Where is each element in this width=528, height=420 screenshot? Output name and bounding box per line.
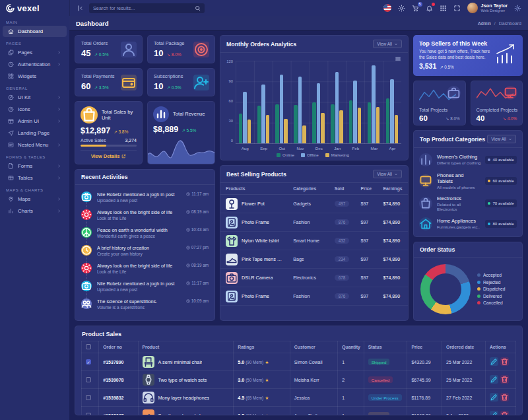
bar-online[interactable] bbox=[294, 105, 298, 143]
sidebar-item-maps[interactable]: Maps bbox=[3, 193, 67, 205]
brand[interactable]: vexel bbox=[0, 0, 69, 16]
table-row[interactable]: DSLR CameraElectronics678$97$74,890 bbox=[220, 269, 408, 287]
bar-online[interactable] bbox=[368, 102, 372, 144]
sidebar-item-dashboard[interactable]: Dashboard bbox=[3, 26, 67, 37]
legend-item-marketing[interactable]: Marketing bbox=[325, 153, 349, 157]
customer-name: Jason Stathman bbox=[290, 407, 337, 415]
bar-marketing[interactable] bbox=[248, 120, 251, 143]
edit-button[interactable] bbox=[490, 411, 498, 415]
bar-offline[interactable] bbox=[390, 79, 394, 143]
legend-item-offline[interactable]: Offline bbox=[301, 153, 319, 157]
sidebar-item-label: Tables bbox=[18, 175, 33, 181]
table-row[interactable]: Nylon White tshirtSmart Home432$97$74,89… bbox=[220, 232, 408, 250]
product-price: $97 bbox=[355, 287, 378, 306]
bar-online[interactable] bbox=[239, 114, 243, 143]
table-row[interactable]: Flower PotGadgets497$97$74,890 bbox=[220, 195, 408, 213]
sidebar-item-landing-page[interactable]: Landing Page bbox=[3, 127, 67, 139]
search-input[interactable] bbox=[93, 5, 192, 11]
table-row[interactable]: Pink Tape mens shoesBags234$97$74,890 bbox=[220, 250, 408, 269]
sidebar-item-charts[interactable]: Charts bbox=[3, 205, 67, 217]
bar-marketing[interactable] bbox=[266, 115, 270, 143]
select-all-checkbox[interactable] bbox=[86, 344, 91, 349]
activity-item[interactable]: Nile Robetz mentioned a jogh in postUplo… bbox=[81, 188, 209, 206]
theme-toggle-icon[interactable] bbox=[398, 5, 405, 12]
bar-marketing[interactable] bbox=[284, 119, 288, 144]
apps-grid-icon[interactable] bbox=[440, 5, 447, 12]
categories-view-all-button[interactable]: View All bbox=[487, 135, 516, 143]
bar-offline[interactable] bbox=[317, 83, 321, 143]
user-menu[interactable]: Json Taylor Web Designer bbox=[467, 3, 508, 13]
avatar bbox=[467, 3, 478, 13]
bar-offline[interactable] bbox=[298, 77, 302, 143]
activity-item[interactable]: The science of superstitions.Volume is a… bbox=[81, 295, 209, 313]
cart-button[interactable]: 5 bbox=[412, 5, 419, 12]
search-box[interactable] bbox=[89, 3, 205, 13]
best-selling-view-all-button[interactable]: View All bbox=[373, 170, 402, 178]
sidebar-item-ui-kit[interactable]: UI Kit bbox=[3, 92, 67, 103]
bar-offline[interactable] bbox=[280, 75, 284, 143]
bar-marketing[interactable] bbox=[358, 108, 362, 143]
delete-button[interactable] bbox=[500, 375, 509, 384]
table-row[interactable]: Photo FrameFashion876$97$74,890 bbox=[220, 213, 408, 232]
settings-gear-icon[interactable] bbox=[514, 5, 521, 12]
bar-offline[interactable] bbox=[372, 65, 376, 143]
category-item[interactable]: ElectronicsRelated to all Electronics70 … bbox=[419, 192, 517, 214]
bar-group-nov bbox=[294, 61, 306, 143]
bar-online[interactable] bbox=[349, 100, 353, 143]
activity-item[interactable]: A brief history of creationCreate your o… bbox=[81, 242, 209, 260]
bar-offline[interactable] bbox=[261, 85, 265, 143]
bar-marketing[interactable] bbox=[321, 113, 325, 143]
table-row[interactable]: Photo FrameFashion876$97$74,890 bbox=[220, 287, 408, 306]
bar-offline[interactable] bbox=[335, 72, 339, 143]
bar-marketing[interactable] bbox=[302, 125, 306, 143]
sidebar-item-pages[interactable]: Pages bbox=[3, 47, 67, 58]
bar-online[interactable] bbox=[331, 104, 335, 143]
bar-offline[interactable] bbox=[243, 92, 247, 143]
view-details-link[interactable]: View Details bbox=[91, 153, 127, 159]
sidebar-item-icons[interactable]: Icons bbox=[3, 104, 67, 115]
fullscreen-icon[interactable] bbox=[453, 5, 461, 12]
activity-item[interactable]: Always look on the bright side of lifeLo… bbox=[81, 260, 209, 277]
category-item[interactable]: Phones and TabletsAll models of phones60… bbox=[419, 169, 517, 192]
category-item[interactable]: Home AppliancesFurnitures,gadgets etc..8… bbox=[419, 214, 517, 233]
delete-button[interactable] bbox=[500, 357, 509, 366]
activity-item[interactable]: Peace on earth a wonderful widthWonderfu… bbox=[81, 224, 209, 242]
product-earnings: $74,890 bbox=[378, 250, 408, 269]
sidebar-item-widgets[interactable]: Widgets bbox=[3, 71, 67, 82]
sidebar-item-admin-ui[interactable]: Admin UI bbox=[3, 116, 67, 127]
total-sales-by-unit-card: Total Sales by Unit $12,897 ↗ 3.8% Activ… bbox=[75, 101, 143, 164]
bar-marketing[interactable] bbox=[339, 110, 343, 143]
row-checkbox[interactable] bbox=[86, 377, 91, 382]
bar-offline[interactable] bbox=[353, 81, 357, 143]
sidebar-item-forms[interactable]: Forms bbox=[3, 160, 67, 172]
sidebar-item-nested-menu[interactable]: Nested Menu bbox=[3, 139, 67, 151]
bar-online[interactable] bbox=[257, 106, 261, 143]
activity-item[interactable]: Nile Robetz mentioned a jogh in postUplo… bbox=[81, 277, 209, 295]
edit-button[interactable] bbox=[490, 393, 498, 402]
sidebar-item-tables[interactable]: Tables bbox=[3, 172, 67, 184]
bar-online[interactable] bbox=[312, 102, 316, 144]
delete-button[interactable] bbox=[500, 411, 509, 415]
notifications-button[interactable] bbox=[426, 5, 433, 12]
monthly-view-all-button[interactable]: View All bbox=[373, 40, 402, 48]
language-flag-icon[interactable] bbox=[383, 4, 391, 12]
edit-button[interactable] bbox=[490, 357, 498, 366]
search-icon[interactable] bbox=[195, 5, 201, 11]
star-icon: ★ bbox=[265, 413, 269, 415]
legend-item-online[interactable]: Online bbox=[277, 153, 294, 157]
category-item[interactable]: Women's ClothingDiffernt types of clothi… bbox=[419, 150, 517, 169]
activity-item[interactable]: Always look on the bright side of lifeLo… bbox=[81, 206, 209, 224]
chevron-right-icon bbox=[57, 50, 61, 55]
bar-online[interactable] bbox=[275, 104, 279, 143]
bar-marketing[interactable] bbox=[395, 115, 399, 143]
row-checkbox[interactable]: ✓ bbox=[86, 359, 91, 365]
sidebar-toggle-icon[interactable] bbox=[77, 5, 84, 12]
sidebar-item-authentication[interactable]: Authentication bbox=[3, 59, 67, 70]
breadcrumb-root[interactable]: Admin bbox=[478, 21, 491, 26]
edit-button[interactable] bbox=[490, 375, 498, 384]
bar-online[interactable] bbox=[386, 98, 390, 143]
row-checkbox[interactable] bbox=[86, 395, 91, 400]
bar-marketing[interactable] bbox=[376, 107, 380, 143]
delete-button[interactable] bbox=[500, 393, 509, 402]
row-checkbox[interactable] bbox=[86, 413, 91, 415]
